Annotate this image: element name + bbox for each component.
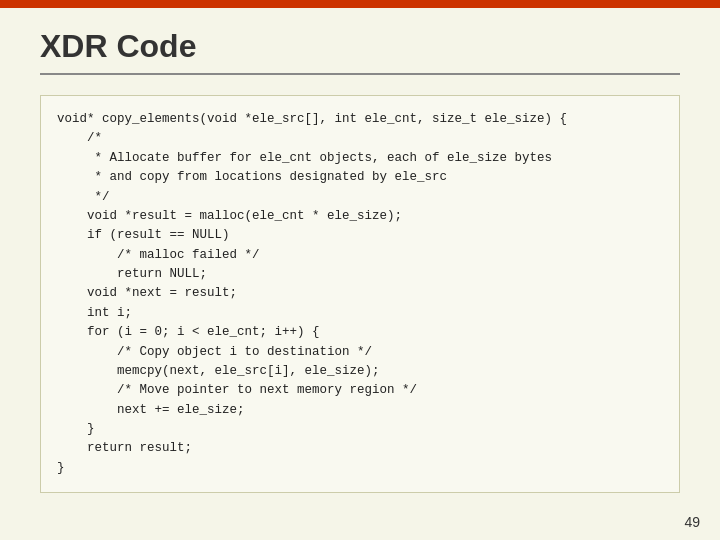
slide-title: XDR Code [40, 28, 680, 65]
top-bar [0, 0, 720, 8]
slide-container: XDR Code void* copy_elements(void *ele_s… [0, 8, 720, 540]
title-divider [40, 73, 680, 75]
code-block: void* copy_elements(void *ele_src[], int… [40, 95, 680, 493]
page-number: 49 [684, 514, 700, 530]
